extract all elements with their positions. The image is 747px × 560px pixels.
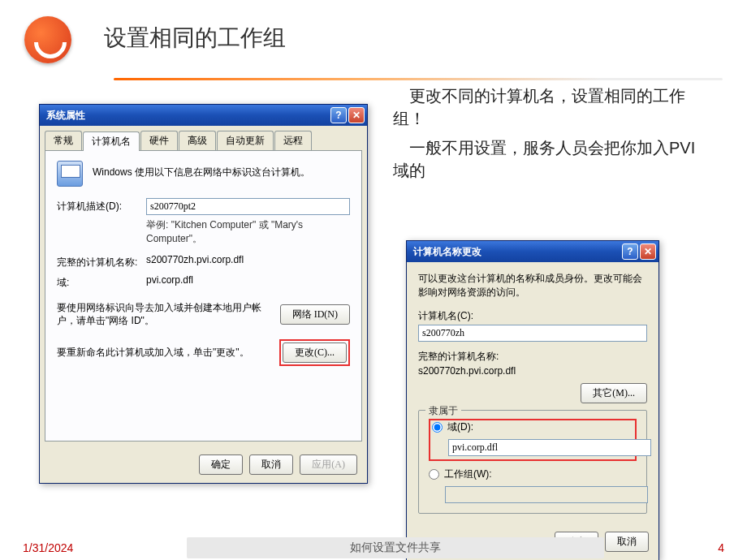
network-id-button[interactable]: 网络 ID(N) (280, 304, 350, 325)
other-button[interactable]: 其它(M)... (581, 383, 647, 403)
change-desc: 要重新命名此计算机或加入域，单击"更改"。 (57, 346, 271, 360)
close-icon[interactable]: ✕ (348, 107, 365, 123)
tab-computer-name[interactable]: 计算机名 (83, 131, 140, 151)
change-button[interactable]: 更改(C)... (283, 342, 347, 363)
domain-label: 域: (57, 274, 146, 290)
slide-paragraph-2: 一般不用设置，服务人员会把你加入PVI域的 (393, 136, 702, 182)
workgroup-radio-label: 工作组(W): (444, 467, 492, 481)
tab-advanced[interactable]: 高级 (179, 131, 216, 150)
footer-date: 1/31/2024 (23, 541, 73, 554)
help-icon[interactable]: ? (622, 243, 638, 260)
rename-titlebar[interactable]: 计算机名称更改 ? ✕ (407, 241, 658, 262)
netid-desc: 要使用网络标识向导去加入域并创建本地用户帐户，请单击"网络 ID"。 (57, 301, 272, 329)
sysprops-titlebar[interactable]: 系统属性 ? ✕ (40, 105, 367, 126)
computer-desc-input[interactable] (146, 198, 350, 215)
sysprops-title: 系统属性 (46, 109, 329, 123)
computer-name-input[interactable] (418, 325, 647, 342)
sysprops-panel: Windows 使用以下信息在网络中标识这台计算机。 计算机描述(D): 举例:… (45, 150, 362, 442)
member-of-fieldset: 隶属于 域(D): 工作组(W): (418, 410, 647, 514)
rename-fullname-value: s200770zh.pvi.corp.dfl (418, 365, 647, 377)
slide-paragraph-1: 更改不同的计算机名，设置相同的工作组！ (393, 84, 702, 130)
fullname-value: s200770zh.pvi.corp.dfl (146, 254, 350, 265)
domain-option-highlight: 域(D): (429, 419, 637, 461)
rename-name-label: 计算机名(C): (418, 309, 647, 323)
sysprops-footer: 确定 取消 应用(A) (40, 446, 367, 483)
rename-dialog: 计算机名称更改 ? ✕ 可以更改这台计算机的名称和成员身份。更改可能会影响对网络… (406, 240, 659, 560)
brand-logo (24, 16, 71, 63)
workgroup-input (445, 486, 648, 503)
computer-desc-hint: 举例: "Kitchen Computer" 或 "Mary's Compute… (146, 218, 350, 246)
footer-page-number: 4 (718, 541, 724, 554)
rename-title: 计算机名称更改 (413, 245, 620, 259)
domain-radio[interactable] (432, 422, 443, 433)
tab-remote[interactable]: 远程 (274, 131, 312, 150)
domain-input[interactable] (448, 439, 651, 456)
workgroup-radio[interactable] (429, 469, 439, 480)
slide-footer: 1/31/2024 如何设置文件共享 4 (0, 536, 747, 560)
help-icon[interactable]: ? (330, 107, 347, 123)
tab-general[interactable]: 常规 (45, 131, 82, 150)
close-icon[interactable]: ✕ (640, 243, 656, 260)
computer-icon (57, 161, 83, 187)
rename-body: 可以更改这台计算机的名称和成员身份。更改可能会影响对网络资源的访问。 计算机名(… (407, 262, 658, 523)
ok-button[interactable]: 确定 (199, 454, 243, 475)
system-properties-window: 系统属性 ? ✕ 常规 计算机名 硬件 高级 自动更新 远程 Windows 使… (39, 104, 368, 484)
change-button-highlight: 更改(C)... (279, 339, 350, 366)
apply-button[interactable]: 应用(A) (300, 454, 357, 475)
tab-hardware[interactable]: 硬件 (140, 131, 178, 150)
sysprops-intro: Windows 使用以下信息在网络中标识这台计算机。 (93, 161, 310, 179)
slide-body-text: 更改不同的计算机名，设置相同的工作组！ 一般不用设置，服务人员会把你加入PVI域… (393, 84, 702, 188)
domain-radio-label: 域(D): (447, 420, 473, 434)
computer-desc-label: 计算机描述(D): (57, 198, 146, 213)
domain-value: pvi.corp.dfl (146, 274, 350, 286)
cancel-button[interactable]: 取消 (249, 454, 293, 475)
footer-title: 如何设置文件共享 (187, 537, 604, 558)
sysprops-tabs: 常规 计算机名 硬件 高级 自动更新 远程 (40, 126, 367, 150)
member-of-legend: 隶属于 (425, 404, 461, 418)
rename-fullname-label: 完整的计算机名称: (418, 350, 647, 364)
rename-intro: 可以更改这台计算机的名称和成员身份。更改可能会影响对网络资源的访问。 (418, 272, 647, 299)
tab-auto-update[interactable]: 自动更新 (217, 131, 274, 150)
slide-title: 设置相同的工作组 (104, 23, 286, 54)
header-divider (114, 78, 723, 80)
fullname-label: 完整的计算机名称: (57, 254, 146, 269)
